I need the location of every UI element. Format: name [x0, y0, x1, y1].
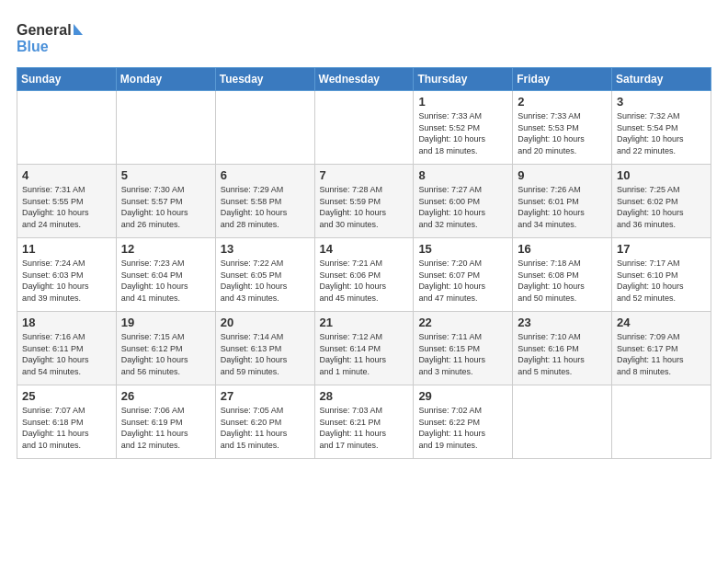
- day-info: Sunrise: 7:18 AM Sunset: 6:08 PM Dayligh…: [518, 258, 607, 304]
- day-info: Sunrise: 7:02 AM Sunset: 6:22 PM Dayligh…: [418, 405, 507, 451]
- week-row-4: 18Sunrise: 7:16 AM Sunset: 6:11 PM Dayli…: [17, 312, 711, 385]
- day-info: Sunrise: 7:24 AM Sunset: 6:03 PM Dayligh…: [22, 258, 111, 304]
- day-cell: [314, 91, 414, 165]
- day-info: Sunrise: 7:25 AM Sunset: 6:02 PM Dayligh…: [617, 184, 706, 230]
- day-cell: 17Sunrise: 7:17 AM Sunset: 6:10 PM Dayli…: [612, 238, 711, 312]
- week-row-3: 11Sunrise: 7:24 AM Sunset: 6:03 PM Dayli…: [17, 238, 711, 312]
- logo-svg: GeneralBlue: [17, 17, 90, 58]
- weekday-monday: Monday: [116, 68, 215, 91]
- day-info: Sunrise: 7:33 AM Sunset: 5:53 PM Dayligh…: [518, 110, 607, 156]
- day-info: Sunrise: 7:07 AM Sunset: 6:18 PM Dayligh…: [22, 405, 111, 451]
- day-cell: 12Sunrise: 7:23 AM Sunset: 6:04 PM Dayli…: [116, 238, 215, 312]
- day-cell: 27Sunrise: 7:05 AM Sunset: 6:20 PM Dayli…: [215, 385, 314, 459]
- day-info: Sunrise: 7:17 AM Sunset: 6:10 PM Dayligh…: [617, 258, 706, 304]
- day-number: 15: [418, 242, 507, 256]
- day-cell: 15Sunrise: 7:20 AM Sunset: 6:07 PM Dayli…: [414, 238, 513, 312]
- svg-marker-2: [74, 24, 83, 35]
- weekday-tuesday: Tuesday: [215, 68, 314, 91]
- day-cell: 3Sunrise: 7:32 AM Sunset: 5:54 PM Daylig…: [612, 91, 711, 165]
- day-number: 24: [617, 316, 706, 329]
- day-number: 17: [617, 242, 706, 256]
- day-cell: 25Sunrise: 7:07 AM Sunset: 6:18 PM Dayli…: [17, 385, 117, 459]
- day-cell: 5Sunrise: 7:30 AM Sunset: 5:57 PM Daylig…: [116, 165, 215, 238]
- day-number: 3: [617, 95, 706, 109]
- day-number: 11: [22, 242, 111, 256]
- day-number: 21: [320, 316, 409, 329]
- day-cell: 23Sunrise: 7:10 AM Sunset: 6:16 PM Dayli…: [513, 312, 612, 385]
- day-cell: 4Sunrise: 7:31 AM Sunset: 5:55 PM Daylig…: [17, 165, 117, 238]
- day-number: 10: [617, 168, 706, 182]
- day-number: 5: [121, 168, 210, 182]
- weekday-saturday: Saturday: [612, 68, 711, 91]
- day-number: 8: [418, 168, 507, 182]
- logo: GeneralBlue: [17, 17, 90, 58]
- day-number: 16: [518, 242, 607, 256]
- weekday-sunday: Sunday: [17, 68, 117, 91]
- day-cell: 2Sunrise: 7:33 AM Sunset: 5:53 PM Daylig…: [513, 91, 612, 165]
- day-info: Sunrise: 7:11 AM Sunset: 6:15 PM Dayligh…: [418, 331, 507, 377]
- day-cell: 16Sunrise: 7:18 AM Sunset: 6:08 PM Dayli…: [513, 238, 612, 312]
- day-number: 13: [221, 242, 310, 256]
- day-number: 2: [518, 95, 607, 109]
- day-info: Sunrise: 7:12 AM Sunset: 6:14 PM Dayligh…: [320, 331, 409, 377]
- day-info: Sunrise: 7:06 AM Sunset: 6:19 PM Dayligh…: [121, 405, 210, 451]
- day-number: 28: [320, 389, 409, 403]
- day-number: 20: [221, 316, 310, 329]
- day-cell: [116, 91, 215, 165]
- week-row-5: 25Sunrise: 7:07 AM Sunset: 6:18 PM Dayli…: [17, 385, 711, 459]
- day-cell: 6Sunrise: 7:29 AM Sunset: 5:58 PM Daylig…: [215, 165, 314, 238]
- day-info: Sunrise: 7:29 AM Sunset: 5:58 PM Dayligh…: [221, 184, 310, 230]
- day-info: Sunrise: 7:28 AM Sunset: 5:59 PM Dayligh…: [320, 184, 409, 230]
- day-number: 9: [518, 168, 607, 182]
- day-info: Sunrise: 7:22 AM Sunset: 6:05 PM Dayligh…: [221, 258, 310, 304]
- day-cell: 7Sunrise: 7:28 AM Sunset: 5:59 PM Daylig…: [314, 165, 414, 238]
- day-number: 12: [121, 242, 210, 256]
- day-cell: 20Sunrise: 7:14 AM Sunset: 6:13 PM Dayli…: [215, 312, 314, 385]
- svg-text:Blue: Blue: [17, 39, 49, 54]
- day-number: 19: [121, 316, 210, 329]
- week-row-1: 1Sunrise: 7:33 AM Sunset: 5:52 PM Daylig…: [17, 91, 711, 165]
- day-cell: 10Sunrise: 7:25 AM Sunset: 6:02 PM Dayli…: [612, 165, 711, 238]
- day-cell: 11Sunrise: 7:24 AM Sunset: 6:03 PM Dayli…: [17, 238, 117, 312]
- calendar-table: SundayMondayTuesdayWednesdayThursdayFrid…: [17, 67, 711, 459]
- day-cell: [215, 91, 314, 165]
- day-number: 7: [320, 168, 409, 182]
- day-number: 23: [518, 316, 607, 329]
- day-info: Sunrise: 7:21 AM Sunset: 6:06 PM Dayligh…: [320, 258, 409, 304]
- day-cell: [612, 385, 711, 459]
- day-number: 27: [221, 389, 310, 403]
- day-info: Sunrise: 7:16 AM Sunset: 6:11 PM Dayligh…: [22, 331, 111, 377]
- weekday-header-row: SundayMondayTuesdayWednesdayThursdayFrid…: [17, 68, 711, 91]
- day-number: 26: [121, 389, 210, 403]
- day-cell: 8Sunrise: 7:27 AM Sunset: 6:00 PM Daylig…: [414, 165, 513, 238]
- day-cell: 28Sunrise: 7:03 AM Sunset: 6:21 PM Dayli…: [314, 385, 414, 459]
- day-number: 18: [22, 316, 111, 329]
- day-info: Sunrise: 7:20 AM Sunset: 6:07 PM Dayligh…: [418, 258, 507, 304]
- day-cell: 26Sunrise: 7:06 AM Sunset: 6:19 PM Dayli…: [116, 385, 215, 459]
- day-cell: 13Sunrise: 7:22 AM Sunset: 6:05 PM Dayli…: [215, 238, 314, 312]
- day-info: Sunrise: 7:05 AM Sunset: 6:20 PM Dayligh…: [221, 405, 310, 451]
- day-number: 22: [418, 316, 507, 329]
- day-info: Sunrise: 7:14 AM Sunset: 6:13 PM Dayligh…: [221, 331, 310, 377]
- day-cell: 24Sunrise: 7:09 AM Sunset: 6:17 PM Dayli…: [612, 312, 711, 385]
- day-cell: [17, 91, 117, 165]
- day-info: Sunrise: 7:30 AM Sunset: 5:57 PM Dayligh…: [121, 184, 210, 230]
- weekday-wednesday: Wednesday: [314, 68, 414, 91]
- day-info: Sunrise: 7:32 AM Sunset: 5:54 PM Dayligh…: [617, 110, 706, 156]
- day-number: 1: [418, 95, 507, 109]
- day-info: Sunrise: 7:23 AM Sunset: 6:04 PM Dayligh…: [121, 258, 210, 304]
- day-number: 14: [320, 242, 409, 256]
- day-number: 29: [418, 389, 507, 403]
- svg-text:General: General: [17, 22, 72, 38]
- weekday-thursday: Thursday: [414, 68, 513, 91]
- day-info: Sunrise: 7:26 AM Sunset: 6:01 PM Dayligh…: [518, 184, 607, 230]
- day-number: 6: [221, 168, 310, 182]
- day-info: Sunrise: 7:33 AM Sunset: 5:52 PM Dayligh…: [418, 110, 507, 156]
- day-cell: 21Sunrise: 7:12 AM Sunset: 6:14 PM Dayli…: [314, 312, 414, 385]
- day-number: 25: [22, 389, 111, 403]
- day-cell: [513, 385, 612, 459]
- day-cell: 18Sunrise: 7:16 AM Sunset: 6:11 PM Dayli…: [17, 312, 117, 385]
- week-row-2: 4Sunrise: 7:31 AM Sunset: 5:55 PM Daylig…: [17, 165, 711, 238]
- day-info: Sunrise: 7:09 AM Sunset: 6:17 PM Dayligh…: [617, 331, 706, 377]
- day-cell: 1Sunrise: 7:33 AM Sunset: 5:52 PM Daylig…: [414, 91, 513, 165]
